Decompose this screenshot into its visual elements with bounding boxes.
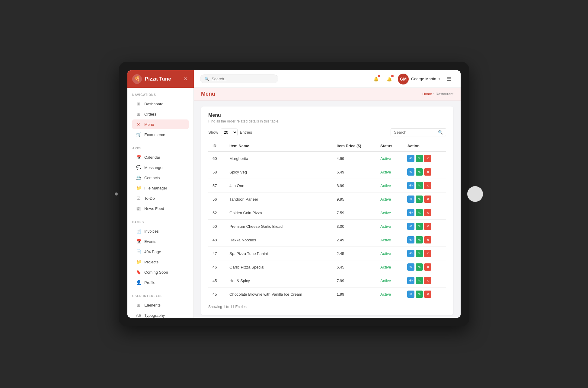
sidebar-label: Projects xyxy=(144,260,158,264)
sidebar: NAVIGATIONS ⊞ Dashboard ⊞ Orders ✕ Menu xyxy=(127,88,194,318)
delete-button[interactable]: ✕ xyxy=(424,236,431,243)
sidebar-item-contacts[interactable]: 📇 Contacts xyxy=(132,173,189,183)
col-status: Status xyxy=(376,141,403,151)
sidebar-label: Elements xyxy=(144,303,161,307)
edit-button[interactable]: ✎ xyxy=(416,223,423,230)
sidebar-item-orders[interactable]: ⊞ Orders xyxy=(132,109,189,119)
user-section[interactable]: GM George Martin ▾ xyxy=(398,74,440,84)
sidebar-item-news-feed[interactable]: 📰 News Feed xyxy=(132,204,189,213)
menu-table: ID Item Name Item Price ($) Status Actio… xyxy=(208,141,446,301)
sidebar-item-todo[interactable]: ☑ To-Do xyxy=(132,193,189,203)
notifications-button[interactable]: 🔔 xyxy=(371,74,381,84)
sidebar-item-menu[interactable]: ✕ Menu xyxy=(132,119,189,129)
sidebar-section-ui: USER INTERFACE ⊞ Elements Aa Typography … xyxy=(127,289,193,318)
cell-id: 48 xyxy=(208,233,225,247)
table-search-input[interactable] xyxy=(394,130,436,135)
sidebar-item-events[interactable]: 📅 Events xyxy=(132,237,189,246)
cell-price: 9.95 xyxy=(332,192,376,206)
hamburger-button[interactable]: ☰ xyxy=(444,76,455,82)
close-button[interactable]: ✕ xyxy=(182,75,189,83)
projects-icon: 📁 xyxy=(136,259,141,264)
edit-button[interactable]: ✎ xyxy=(416,250,423,257)
edit-button[interactable]: ✎ xyxy=(416,182,423,189)
contacts-icon: 📇 xyxy=(136,175,141,180)
sidebar-item-profile[interactable]: 👤 Profile xyxy=(132,278,189,287)
cell-price: 7.59 xyxy=(332,206,376,220)
edit-button[interactable]: ✎ xyxy=(416,155,423,162)
col-item-name: Item Name xyxy=(225,141,332,151)
edit-button[interactable]: ✎ xyxy=(416,236,423,243)
cell-name: 4 in One xyxy=(225,179,332,192)
menu-icon: ✕ xyxy=(136,122,141,127)
typography-icon: Aa xyxy=(136,313,141,318)
delete-button[interactable]: ✕ xyxy=(424,209,431,216)
edit-button[interactable]: ✎ xyxy=(416,196,423,203)
sidebar-item-invoices[interactable]: 📄 Invoices xyxy=(132,226,189,236)
edit-button[interactable]: ✎ xyxy=(416,209,423,216)
search-input[interactable] xyxy=(212,77,266,81)
page-title: Menu xyxy=(201,91,215,97)
delete-button[interactable]: ✕ xyxy=(424,182,431,189)
view-button[interactable]: 👁 xyxy=(407,236,414,243)
sidebar-label: File Manager xyxy=(144,186,167,190)
edit-button[interactable]: ✎ xyxy=(416,277,423,284)
cell-action: 👁 ✎ ✕ xyxy=(403,260,446,274)
edit-button[interactable]: ✎ xyxy=(416,168,423,176)
table-row: 45 Hot & Spicy 7.99 Active 👁 ✎ ✕ xyxy=(208,274,446,288)
view-button[interactable]: 👁 xyxy=(407,209,414,216)
view-button[interactable]: 👁 xyxy=(407,277,414,284)
sidebar-item-messanger[interactable]: 💬 Messanger xyxy=(132,163,189,172)
cell-name: Chocolate Brownie with Vanilla Ice Cream xyxy=(225,288,332,301)
view-button[interactable]: 👁 xyxy=(407,291,414,298)
cell-status: Active xyxy=(376,220,403,233)
content-area: Menu Home › Restaurant Menu Find all the… xyxy=(194,88,461,318)
sidebar-item-elements[interactable]: ⊞ Elements xyxy=(132,300,189,310)
delete-button[interactable]: ✕ xyxy=(424,263,431,271)
top-bar: 🍕 Pizza Tune ✕ 🔍 🔔 🔔 GM Geor xyxy=(127,70,461,88)
delete-button[interactable]: ✕ xyxy=(424,277,431,284)
alerts-button[interactable]: 🔔 xyxy=(385,74,394,84)
table-search: 🔍 xyxy=(391,128,446,136)
view-button[interactable]: 👁 xyxy=(407,182,414,189)
sidebar-item-file-manager[interactable]: 📁 File Manager xyxy=(132,183,189,193)
delete-button[interactable]: ✕ xyxy=(424,250,431,257)
menu-card: Menu Find all the order related details … xyxy=(201,107,453,315)
view-button[interactable]: 👁 xyxy=(407,196,414,203)
sidebar-item-calendar[interactable]: 📅 Calendar xyxy=(132,152,189,162)
delete-button[interactable]: ✕ xyxy=(424,196,431,203)
sidebar-item-ecommerce[interactable]: 🛒 Ecommerce xyxy=(132,130,189,139)
sidebar-section-apps: APPS 📅 Calendar 💬 Messanger 📇 Contacts xyxy=(127,141,193,215)
breadcrumb-bar: Menu Home › Restaurant xyxy=(194,88,461,100)
sidebar-item-projects[interactable]: 📁 Projects xyxy=(132,257,189,267)
edit-button[interactable]: ✎ xyxy=(416,263,423,271)
view-button[interactable]: 👁 xyxy=(407,250,414,257)
table-row: 47 Sp. Pizza Tune Panini 2.45 Active 👁 ✎… xyxy=(208,247,446,260)
delete-button[interactable]: ✕ xyxy=(424,291,431,298)
table-row: 46 Garlic Pizza Special 6.45 Active 👁 ✎ … xyxy=(208,260,446,274)
delete-button[interactable]: ✕ xyxy=(424,223,431,230)
cell-action: 👁 ✎ ✕ xyxy=(403,206,446,220)
view-button[interactable]: 👁 xyxy=(407,155,414,162)
cell-id: 60 xyxy=(208,151,225,165)
calendar-icon: 📅 xyxy=(136,155,141,160)
breadcrumb-home[interactable]: Home xyxy=(422,92,432,96)
cell-id: 45 xyxy=(208,274,225,288)
cell-action: 👁 ✎ ✕ xyxy=(403,179,446,192)
sidebar-item-404[interactable]: 📄 404 Page xyxy=(132,247,189,256)
view-button[interactable]: 👁 xyxy=(407,263,414,271)
sidebar-item-typography[interactable]: Aa Typography xyxy=(132,310,189,318)
sidebar-item-coming-soon[interactable]: 🔖 Coming Soon xyxy=(132,267,189,277)
view-button[interactable]: 👁 xyxy=(407,168,414,176)
show-label: Show xyxy=(208,130,218,135)
delete-button[interactable]: ✕ xyxy=(424,168,431,176)
view-button[interactable]: 👁 xyxy=(407,223,414,230)
edit-button[interactable]: ✎ xyxy=(416,291,423,298)
entries-select[interactable]: 20 50 100 xyxy=(221,129,238,136)
sidebar-section-pages: PAGES 📄 Invoices 📅 Events 📄 404 Page xyxy=(127,215,193,289)
show-entries: Show 20 50 100 Entries xyxy=(208,129,252,136)
sidebar-item-dashboard[interactable]: ⊞ Dashboard xyxy=(132,99,189,109)
table-row: 50 Premium Cheese Garlic Bread 3.00 Acti… xyxy=(208,220,446,233)
news-feed-icon: 📰 xyxy=(136,206,141,211)
delete-button[interactable]: ✕ xyxy=(424,155,431,162)
cell-name: Golden Coin Pizza xyxy=(225,206,332,220)
